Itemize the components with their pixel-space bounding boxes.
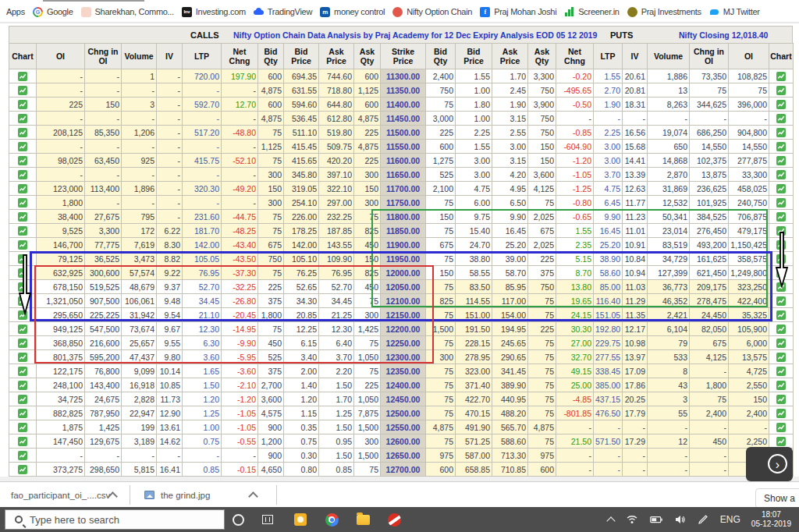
chart-trend-icon[interactable]	[18, 296, 27, 306]
chart-trend-icon[interactable]	[18, 254, 27, 264]
chart-link-cell[interactable]	[9, 463, 37, 477]
chart-link-cell[interactable]	[9, 350, 37, 364]
chart-trend-icon[interactable]	[18, 325, 27, 334]
chart-link-cell[interactable]	[769, 126, 794, 140]
chart-link-cell[interactable]	[769, 182, 794, 196]
chart-trend-icon[interactable]	[18, 156, 27, 165]
chart-link-cell[interactable]	[9, 449, 37, 463]
next-page-overlay[interactable]: ›	[746, 447, 793, 481]
chart-link-cell[interactable]	[769, 350, 794, 364]
chart-link-cell[interactable]	[769, 378, 794, 392]
chart-link-cell[interactable]	[9, 392, 37, 406]
chart-link-cell[interactable]	[769, 364, 794, 378]
chart-trend-icon[interactable]	[776, 86, 786, 95]
chart-link-cell[interactable]	[769, 154, 794, 168]
chart-link-cell[interactable]	[769, 112, 794, 126]
chart-link-cell[interactable]	[9, 420, 37, 434]
chart-link-cell[interactable]	[9, 308, 37, 322]
bookmark-apps[interactable]: Apps	[6, 7, 25, 16]
download-chevron-icon-2[interactable]	[250, 482, 257, 508]
chart-trend-icon[interactable]	[776, 128, 786, 137]
photos-icon[interactable]	[287, 507, 314, 532]
chart-link-cell[interactable]	[9, 224, 37, 238]
chart-link-cell[interactable]	[769, 266, 794, 280]
task-view-icon[interactable]	[254, 507, 281, 532]
chart-link-cell[interactable]	[9, 182, 37, 196]
chart-link-cell[interactable]	[9, 364, 37, 378]
chart-trend-icon[interactable]	[18, 423, 27, 432]
chart-trend-icon[interactable]	[776, 254, 786, 264]
chart-trend-icon[interactable]	[18, 226, 27, 236]
chart-trend-icon[interactable]	[18, 142, 27, 151]
download-chevron-icon[interactable]	[109, 482, 116, 508]
taskbar-search-input[interactable]: Type here to search	[5, 509, 225, 530]
chart-trend-icon[interactable]	[18, 353, 27, 362]
chart-link-cell[interactable]	[9, 280, 37, 294]
chart-trend-icon[interactable]	[18, 86, 27, 95]
bookmark-nifty-option-chain[interactable]: Nifty Option Chain	[392, 7, 472, 17]
chart-link-cell[interactable]	[9, 252, 37, 266]
chart-link-cell[interactable]	[769, 420, 794, 434]
clock[interactable]: 18:07 05-12-2019	[751, 510, 791, 529]
chart-trend-icon[interactable]	[18, 339, 27, 348]
chart-link-cell[interactable]	[769, 294, 794, 308]
chart-trend-icon[interactable]	[18, 437, 27, 446]
chart-trend-icon[interactable]	[776, 296, 786, 306]
chart-trend-icon[interactable]	[18, 409, 27, 418]
chart-trend-icon[interactable]	[18, 212, 27, 222]
chart-trend-icon[interactable]	[776, 226, 786, 236]
chart-trend-icon[interactable]	[776, 282, 786, 292]
chart-trend-icon[interactable]	[776, 423, 786, 432]
file-explorer-icon[interactable]	[350, 507, 376, 532]
chart-link-cell[interactable]	[769, 322, 794, 336]
chart-trend-icon[interactable]	[18, 268, 27, 278]
bookmark-praj-mohan-joshi[interactable]: fPraj Mohan Joshi	[480, 7, 556, 17]
chart-trend-icon[interactable]	[18, 451, 27, 460]
chart-trend-icon[interactable]	[776, 409, 786, 418]
chart-link-cell[interactable]	[769, 238, 794, 252]
chart-link-cell[interactable]	[9, 238, 37, 252]
chart-link-cell[interactable]	[9, 266, 37, 280]
chart-trend-icon[interactable]	[776, 72, 786, 81]
chart-link-cell[interactable]	[9, 69, 37, 83]
chart-link-cell[interactable]	[9, 210, 37, 224]
chart-link-cell[interactable]	[769, 83, 794, 98]
chart-link-cell[interactable]	[9, 434, 37, 449]
chart-link-cell[interactable]	[769, 392, 794, 406]
chart-trend-icon[interactable]	[776, 268, 786, 278]
chart-link-cell[interactable]	[769, 336, 794, 350]
chart-link-cell[interactable]	[9, 126, 37, 140]
chart-trend-icon[interactable]	[776, 325, 786, 334]
chart-link-cell[interactable]	[9, 322, 37, 336]
chart-trend-icon[interactable]	[776, 437, 786, 446]
chart-trend-icon[interactable]	[18, 72, 27, 81]
chart-link-cell[interactable]	[769, 406, 794, 420]
chart-link-cell[interactable]	[769, 210, 794, 224]
chart-link-cell[interactable]	[769, 252, 794, 266]
chart-trend-icon[interactable]	[18, 381, 27, 390]
chart-trend-icon[interactable]	[776, 142, 786, 151]
chart-link-cell[interactable]	[769, 224, 794, 238]
chart-trend-icon[interactable]	[776, 170, 786, 179]
chart-trend-icon[interactable]	[776, 339, 786, 348]
chart-trend-icon[interactable]	[776, 114, 786, 123]
chart-trend-icon[interactable]	[776, 395, 786, 404]
chart-link-cell[interactable]	[769, 69, 794, 83]
bookmark-money-control[interactable]: mmoney control	[320, 7, 385, 17]
chart-link-cell[interactable]	[769, 280, 794, 294]
chart-link-cell[interactable]	[9, 196, 37, 210]
volume-icon[interactable]	[675, 515, 686, 524]
chart-link-cell[interactable]	[9, 154, 37, 168]
chart-link-cell[interactable]	[769, 434, 794, 449]
chart-trend-icon[interactable]	[776, 381, 786, 390]
show-all-button[interactable]: Show a	[755, 488, 799, 509]
bookmark-praj-investments[interactable]: Praj Investments	[627, 7, 701, 17]
chart-trend-icon[interactable]	[776, 353, 786, 362]
bookmark-mj-twitter[interactable]: MJ Twitter	[709, 7, 760, 17]
chart-link-cell[interactable]	[9, 294, 37, 308]
chart-link-cell[interactable]	[769, 140, 794, 154]
chart-link-cell[interactable]	[9, 112, 37, 126]
chart-link-cell[interactable]	[9, 378, 37, 392]
chart-link-cell[interactable]	[769, 308, 794, 322]
chart-trend-icon[interactable]	[18, 395, 27, 404]
